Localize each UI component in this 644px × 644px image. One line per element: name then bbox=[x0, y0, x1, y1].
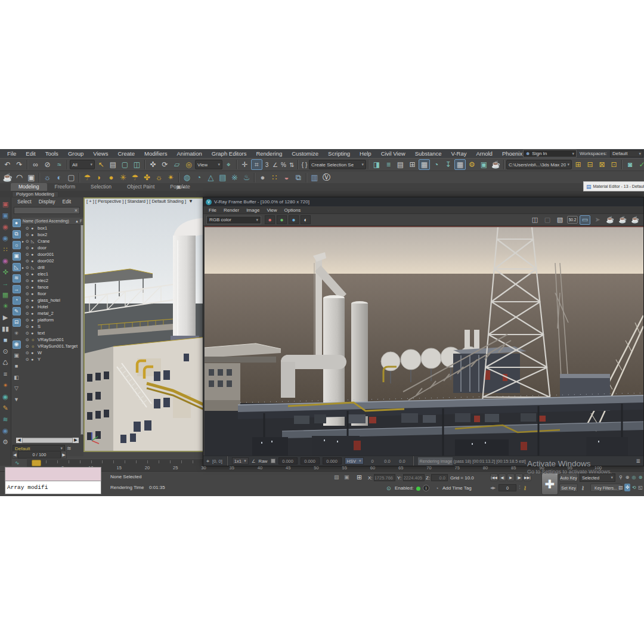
isolate-selection-icon[interactable]: ◙ bbox=[624, 159, 636, 170]
explorer-lights-icon[interactable]: ☼ bbox=[13, 241, 21, 249]
mirror-icon[interactable]: ◨ bbox=[371, 159, 382, 170]
camera-box-icon[interactable]: ▣ bbox=[26, 172, 37, 183]
asset-unlink-icon[interactable]: ⊡ bbox=[608, 159, 620, 170]
rendered-frame-window-icon[interactable]: ▣ bbox=[478, 159, 490, 170]
vray-sphere-light-icon[interactable]: ● bbox=[106, 172, 117, 183]
bind-to-space-warp-icon[interactable]: ≈ bbox=[54, 159, 65, 170]
visibility-eye-icon[interactable]: ⊙ bbox=[26, 226, 31, 231]
maximize-viewport-icon[interactable]: ◱ bbox=[637, 484, 643, 491]
visibility-eye-icon[interactable]: ⊙ bbox=[26, 298, 31, 303]
vfb-menu-item[interactable]: Options bbox=[281, 208, 305, 213]
green-channel-button[interactable]: ● bbox=[277, 215, 287, 224]
visibility-eye-icon[interactable]: ⊙ bbox=[26, 344, 31, 349]
key-filters-button[interactable]: Key Filters... bbox=[590, 484, 621, 492]
menu-item[interactable]: Views bbox=[88, 150, 113, 157]
visibility-eye-icon[interactable]: ⊙ bbox=[26, 246, 31, 250]
vfb-ghost-icon[interactable]: ➤ bbox=[592, 215, 603, 225]
select-and-rotate-icon[interactable]: ⟳ bbox=[159, 159, 171, 170]
hsv-dropdown[interactable]: HSV ▾ bbox=[345, 457, 364, 465]
explorer-menu-item[interactable]: Display bbox=[35, 199, 59, 205]
zoom-region-icon[interactable]: ▧ bbox=[618, 484, 624, 491]
raw-checkbox[interactable] bbox=[271, 459, 275, 463]
unlink-selection-icon[interactable]: ⊘ bbox=[42, 159, 53, 170]
selection-lock-icon[interactable]: ▣ bbox=[344, 474, 349, 480]
polygon-modeling-button[interactable]: Polygon Modeling bbox=[12, 191, 58, 197]
select-and-scale-icon[interactable]: ▱ bbox=[171, 159, 182, 170]
swirl-red-icon[interactable]: ◉ bbox=[1, 222, 10, 231]
modeling-cube-icon[interactable]: ▣ bbox=[1, 199, 10, 209]
list-menu-icon[interactable]: ≡ bbox=[1, 369, 10, 379]
water-drop-icon[interactable]: ◉ bbox=[1, 233, 10, 243]
menu-item[interactable]: V-Ray bbox=[447, 150, 472, 157]
visibility-eye-icon[interactable]: ⊙ bbox=[26, 233, 31, 237]
explorer-item-Y[interactable]: ⊙●Y bbox=[21, 356, 80, 363]
visibility-eye-icon[interactable]: ⊙ bbox=[26, 265, 31, 270]
menu-item[interactable]: Customize bbox=[287, 150, 323, 157]
zoom-extents-all-icon[interactable]: ⊛ bbox=[637, 473, 643, 481]
project-path-dropdown[interactable]: C:\Users\nbi\...\3ds Max 202▾ bbox=[506, 160, 572, 169]
menu-item[interactable]: Edit bbox=[21, 150, 40, 157]
percent-snap-badge[interactable]: % bbox=[280, 159, 287, 170]
visibility-eye-icon[interactable]: ⊙ bbox=[26, 259, 31, 264]
vray-sky-icon[interactable]: ✴ bbox=[165, 172, 177, 183]
vfb-menu-item[interactable]: File bbox=[205, 208, 220, 213]
set-key-button[interactable]: Set Key bbox=[559, 484, 578, 492]
ribbon-tab[interactable]: Modeling bbox=[11, 183, 47, 191]
layer-stack-icon[interactable]: ≋ bbox=[67, 445, 72, 451]
explorer-item-text[interactable]: ⊙●text bbox=[21, 330, 80, 336]
ribbon-toggle-icon[interactable]: ▦ bbox=[419, 159, 430, 170]
vfb-load-icon[interactable]: ▢ bbox=[542, 215, 553, 225]
vray-sun-icon[interactable]: ☼ bbox=[153, 172, 165, 183]
explorer-selection-icon[interactable]: ● bbox=[13, 219, 21, 227]
ribbon-tab[interactable]: Selection bbox=[83, 183, 119, 191]
menu-item[interactable]: Graph Editors bbox=[207, 150, 252, 157]
pause-icon[interactable]: ▮▮ bbox=[1, 324, 10, 333]
workspaces-dropdown[interactable]: Default ▾ bbox=[610, 150, 643, 157]
explorer-pen-icon[interactable]: ✎ bbox=[13, 307, 21, 315]
explorer-item-W[interactable]: ⊙●W bbox=[21, 349, 80, 356]
selection-region-icon[interactable]: ▧ bbox=[334, 474, 339, 480]
visibility-eye-icon[interactable]: ⊙ bbox=[26, 351, 31, 355]
red-channel-button[interactable]: ● bbox=[265, 215, 275, 224]
explorer-menu-item[interactable]: Edit bbox=[59, 199, 75, 205]
vray-geometry-icon[interactable]: ◍ bbox=[181, 172, 193, 183]
phoenix-fire-icon[interactable]: ♨ bbox=[241, 172, 252, 183]
vray-light-icon[interactable]: ☂ bbox=[82, 172, 93, 183]
film-camera-icon[interactable]: ▢ bbox=[66, 172, 77, 183]
explorer-horizontal-scrollbar[interactable]: ◀ ▶ bbox=[16, 437, 79, 443]
select-and-manipulate-icon[interactable]: ✛ bbox=[239, 159, 250, 170]
sign-in-button[interactable]: ☻ Sign In ▾ bbox=[523, 150, 577, 157]
arc-rotate-icon[interactable]: ◠ bbox=[14, 172, 25, 183]
play-button[interactable]: ▶ bbox=[507, 473, 515, 481]
visibility-eye-icon[interactable]: ⊙ bbox=[26, 311, 31, 316]
named-selection-dropdown[interactable]: Create Selection Se▾ bbox=[309, 160, 366, 169]
zoom-all-icon[interactable]: ⊕ bbox=[624, 473, 630, 481]
zoom-icon[interactable]: ⚲ bbox=[618, 473, 624, 481]
explorer-column-header[interactable]: Name (Sorted Ascending) ▲ F bbox=[21, 218, 83, 225]
explorer-item-door[interactable]: ⊙●door bbox=[21, 244, 80, 251]
reference-coordinate-dropdown[interactable]: View▾ bbox=[195, 160, 222, 169]
frame-display-field[interactable]: 0 / 100 bbox=[18, 451, 61, 459]
vray-proxy-icon[interactable]: △ bbox=[205, 172, 216, 183]
undo-icon[interactable]: ↶ bbox=[2, 159, 13, 170]
keyboard-shortcut-override-icon[interactable]: ⌗ bbox=[251, 159, 262, 170]
explorer-funnel-icon[interactable]: ▽ bbox=[13, 385, 21, 393]
render-production-icon[interactable]: ☕ bbox=[490, 159, 501, 170]
vfb-menu-item[interactable]: Image bbox=[243, 208, 263, 213]
explorer-item-Hotel[interactable]: ⊙●Hotel bbox=[21, 304, 80, 310]
explorer-item-S[interactable]: ⊙●S bbox=[21, 323, 80, 330]
explorer-star-icon[interactable]: ✳ bbox=[13, 329, 21, 338]
explorer-half-icon[interactable]: ◧ bbox=[13, 373, 21, 382]
next-frame-button[interactable]: |▶ bbox=[515, 473, 523, 481]
perspective-viewport[interactable]: [ + ] [ Perspective ] [ Standard ] [ Def… bbox=[83, 197, 207, 452]
snaps-toggle-badge[interactable]: 3 bbox=[263, 159, 271, 170]
info-icon[interactable]: i bbox=[423, 485, 429, 491]
selection-filter-dropdown[interactable]: All▾ bbox=[70, 160, 95, 169]
move-green-icon[interactable]: ✜ bbox=[1, 267, 10, 277]
visibility-eye-icon[interactable]: ⊙ bbox=[26, 272, 31, 277]
alpha-channel-button[interactable]: ◐ bbox=[301, 215, 311, 224]
vfb-menu-item[interactable]: Render bbox=[220, 208, 243, 213]
explorer-item-VRaySun001[interactable]: ⊙☼VRaySun001 bbox=[21, 336, 80, 343]
explorer-cameras-icon[interactable]: ◔ bbox=[13, 296, 21, 305]
ribbon-overflow-icon[interactable]: ▣ bbox=[177, 184, 181, 190]
